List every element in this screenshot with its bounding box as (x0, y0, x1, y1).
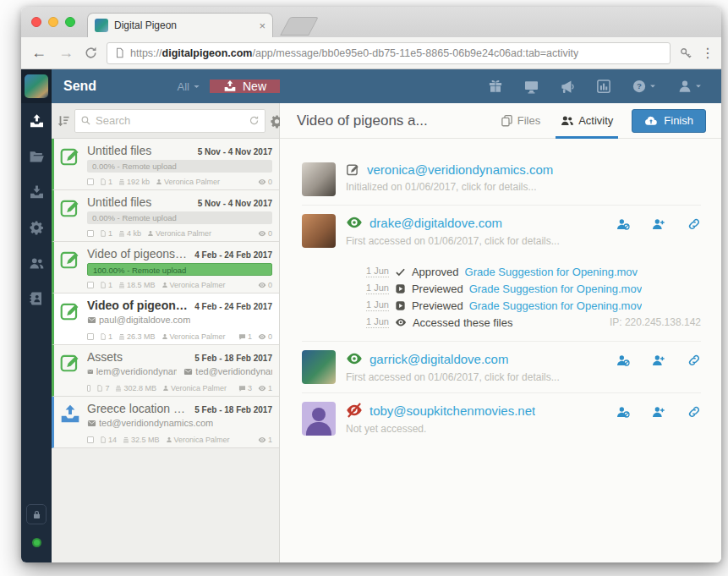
sidebar-item-receive[interactable] (21, 174, 52, 210)
help-menu[interactable] (632, 79, 657, 94)
person-icon (161, 282, 168, 288)
list-item[interactable]: Untitled files5 Nov - 4 Nov 2017 0.00% -… (52, 190, 279, 242)
entry-status: Not yet accessed. (346, 423, 606, 435)
file-icon (100, 230, 107, 237)
event-row: 1 Jun Previewed Grade Suggestion for Ope… (366, 297, 701, 314)
avatar (302, 402, 336, 436)
app-logo-wrap[interactable] (21, 69, 52, 103)
add-user-icon[interactable] (652, 405, 665, 419)
event-file-link[interactable]: Grade Suggestion for Opening.mov (469, 283, 643, 295)
block-user-icon[interactable] (616, 354, 630, 367)
event-date[interactable]: 1 Jun (366, 299, 389, 311)
sort-button[interactable] (56, 112, 70, 128)
sidebar-item-team[interactable] (21, 245, 52, 281)
zoom-window-button[interactable] (65, 17, 75, 27)
copy-link-icon[interactable] (687, 354, 701, 367)
files-icon (501, 114, 513, 127)
announcements-button[interactable] (560, 79, 576, 95)
item-date-range: 5 Feb - 18 Feb 2017 (194, 405, 272, 414)
mail-icon (87, 419, 96, 428)
gear-icon (29, 220, 44, 235)
item-checkbox[interactable] (87, 385, 90, 392)
entry-status[interactable]: First accessed on 01/06/2017, click for … (346, 371, 606, 383)
browser-tab[interactable]: Digital Pigeon × (87, 13, 273, 37)
file-icon (100, 282, 107, 288)
comments-icon (238, 385, 246, 392)
rewards-button[interactable] (488, 79, 503, 94)
tab-files[interactable]: Files (490, 103, 550, 139)
minimize-window-button[interactable] (48, 17, 58, 27)
item-checkbox[interactable] (87, 230, 94, 237)
copy-link-icon[interactable] (687, 217, 701, 231)
event-date[interactable]: 1 Jun (366, 266, 389, 277)
list-item-selected[interactable]: Video of pigeons a...4 Feb - 24 Feb 2017… (52, 293, 279, 345)
entry-status[interactable]: Initialized on 01/06/2017, click for det… (346, 181, 701, 193)
url-bar[interactable]: https://digitalpigeon.com/app/message/bb… (107, 42, 671, 64)
search-icon (80, 115, 91, 126)
item-date-range: 5 Feb - 18 Feb 2017 (194, 354, 272, 363)
sidebar-item-files[interactable] (21, 139, 52, 174)
recipient-email-link[interactable]: toby@soupkitchenmovies.net (369, 403, 535, 418)
back-icon[interactable]: ← (30, 44, 48, 62)
item-checkbox[interactable] (87, 282, 94, 288)
item-checkbox[interactable] (87, 178, 94, 185)
forward-icon: → (57, 44, 75, 62)
file-size: 192 kb (127, 178, 150, 186)
finish-button[interactable]: Finish (632, 109, 706, 133)
close-window-button[interactable] (31, 17, 41, 27)
key-icon[interactable] (679, 47, 692, 60)
browser-menu-icon[interactable]: ⋮ (701, 45, 713, 61)
event-file-link[interactable]: Grade Suggestion for Opening.mov (469, 299, 643, 312)
item-title: Greece location sco... (87, 402, 189, 415)
sidebar-item-send[interactable] (21, 103, 52, 139)
new-button[interactable]: New (210, 80, 280, 93)
account-menu[interactable] (677, 79, 703, 94)
top-nav-right (280, 69, 721, 103)
sender-email-link[interactable]: veronica@veridiondynamics.com (367, 162, 553, 177)
tab-close-icon[interactable]: × (259, 19, 265, 32)
copy-link-icon[interactable] (687, 405, 701, 419)
item-title: Untitled files (87, 144, 193, 157)
desktop-app-button[interactable] (523, 79, 539, 95)
pencil-square-icon (59, 352, 81, 374)
add-user-icon[interactable] (652, 217, 665, 231)
item-meta: 1 18.5 MB Veronica Palmer 0 (87, 281, 272, 289)
block-user-icon[interactable] (616, 217, 630, 231)
list-item[interactable]: Assets5 Feb - 18 Feb 2017 lem@veridiondy… (52, 345, 279, 397)
person-icon (161, 333, 168, 340)
list-item[interactable]: Untitled files5 Nov - 4 Nov 2017 0.00% -… (52, 139, 279, 190)
stats-button[interactable] (596, 79, 611, 94)
recipient-email-link[interactable]: garrick@digitaldove.com (369, 352, 508, 366)
sidebar-item-contacts[interactable] (21, 281, 52, 316)
tab-title: Digital Pigeon (114, 19, 253, 31)
search-input[interactable] (96, 114, 244, 127)
item-checkbox[interactable] (87, 436, 94, 443)
comment-count: 3 (248, 384, 252, 392)
tab-activity[interactable]: Activity (550, 103, 623, 139)
new-tab-button[interactable] (280, 17, 319, 36)
item-checkbox[interactable] (87, 333, 94, 340)
item-date-range: 5 Nov - 4 Nov 2017 (198, 147, 272, 156)
filter-dropdown[interactable]: All (178, 80, 210, 93)
top-nav-left: Send All New (52, 69, 280, 103)
owner-name: Veronica Palmer (174, 436, 230, 444)
recipient-email-link[interactable]: drake@digitaldove.com (369, 216, 502, 230)
lock-button[interactable] (26, 504, 47, 524)
refresh-icon[interactable] (249, 115, 260, 126)
event-ip-address: IP: 220.245.138.142 (610, 316, 701, 328)
entry-status[interactable]: First accessed on 01/06/2017, click for … (346, 235, 606, 247)
list-item[interactable]: Greece location sco...5 Feb - 18 Feb 201… (52, 397, 279, 448)
sidebar-item-settings[interactable] (21, 210, 52, 245)
top-nav: Send All New (52, 69, 721, 103)
block-user-icon[interactable] (616, 405, 630, 419)
item-date-range: 4 Feb - 24 Feb 2017 (194, 302, 272, 311)
file-count: 7 (105, 384, 109, 392)
reload-icon[interactable] (84, 46, 98, 60)
gift-icon (488, 79, 503, 94)
event-file-link[interactable]: Grade Suggestion for Opening.mov (465, 266, 638, 278)
event-date[interactable]: 1 Jun (366, 316, 389, 328)
event-date[interactable]: 1 Jun (366, 283, 389, 294)
add-user-icon[interactable] (652, 354, 665, 367)
list-toolbar (52, 103, 279, 139)
list-item[interactable]: Video of pigeons an...4 Feb - 24 Feb 201… (52, 242, 279, 293)
